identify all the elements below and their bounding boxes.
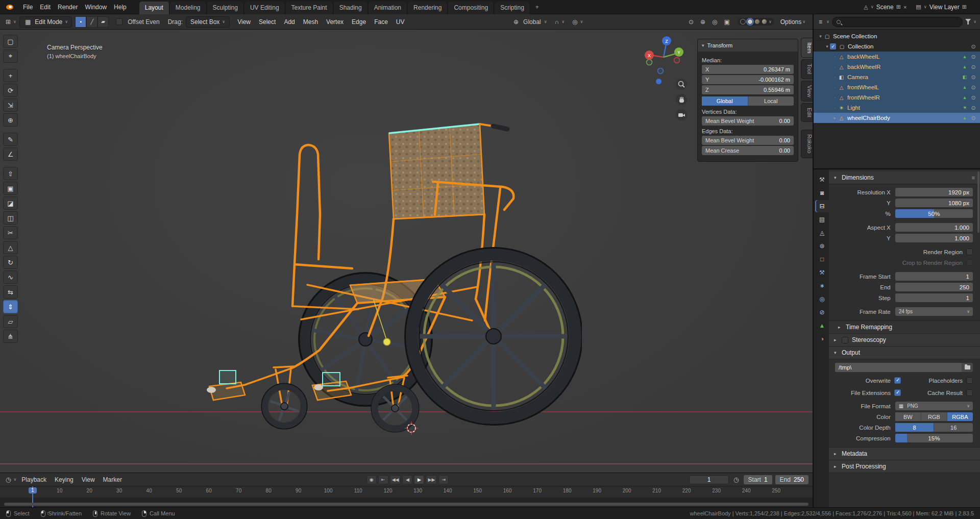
previous-keyframe-button[interactable]: ◀◀	[390, 475, 401, 484]
outliner-row[interactable]: · ☀ Light ☀ ⊙	[814, 103, 980, 113]
editor-type-icon[interactable]: ⊞	[4, 18, 12, 26]
timeline-editor-icon[interactable]: ◷	[4, 476, 12, 483]
chevron-down-icon[interactable]: ∨	[13, 477, 16, 482]
expand-arrow-icon[interactable]: ·	[832, 85, 838, 90]
space-toggle-button[interactable]: Local	[748, 96, 794, 106]
value-field[interactable]: 1	[895, 293, 973, 302]
value-field[interactable]: 50%	[895, 209, 973, 218]
expand-arrow-icon[interactable]: ▾	[824, 44, 830, 49]
outliner-row[interactable]: · △ frontWheelR ▲ ⊙	[814, 92, 980, 103]
sidebar-tab[interactable]: Item	[801, 38, 813, 58]
visibility-dropdown-icon[interactable]: ⊙	[687, 18, 695, 26]
tool-smooth[interactable]: ∿	[3, 270, 18, 284]
chevron-down-icon[interactable]: ∨	[973, 19, 976, 24]
face-select-mode-button[interactable]: ▰	[97, 16, 109, 28]
camera-view-icon[interactable]	[676, 109, 687, 120]
chevron-down-icon[interactable]: ∨	[871, 5, 874, 9]
add-workspace-button[interactable]: +	[531, 4, 544, 11]
panel-menu-icon[interactable]: ≡	[972, 175, 975, 181]
median-axis-field[interactable]: Z 0.55946 m	[702, 85, 794, 94]
viewport-menu-item[interactable]: Vertex	[323, 16, 347, 28]
blender-logo-icon[interactable]	[4, 4, 14, 11]
expand-arrow-icon[interactable]: ·	[832, 54, 838, 59]
hide-in-viewport-eye-icon[interactable]: ⊙	[969, 74, 978, 81]
gizmo-neg-x[interactable]	[674, 58, 680, 63]
collection-checkbox[interactable]: ✓	[830, 43, 836, 50]
viewport-menu-item[interactable]: UV	[393, 16, 408, 28]
jump-to-start-button[interactable]: ⇤	[378, 475, 388, 484]
workspace-tab[interactable]: Rendering	[408, 2, 448, 14]
navigation-gizmo[interactable]: Z X Y	[643, 35, 684, 76]
play-button[interactable]: ▶	[414, 475, 424, 484]
edge-data-field[interactable]: Mean Bevel Weight 0.00	[702, 136, 794, 145]
menu-item[interactable]: Render	[54, 0, 81, 14]
color-mode-button[interactable]: BW	[895, 412, 921, 421]
viewport-menu-item[interactable]: View	[234, 16, 254, 28]
chevron-down-icon[interactable]: ∨	[769, 19, 772, 24]
chevron-down-icon[interactable]: ∨	[13, 19, 16, 24]
current-frame-field[interactable]: 1	[689, 475, 729, 484]
tool-move[interactable]: +	[3, 69, 18, 82]
workspace-tab[interactable]: Compositing	[448, 2, 494, 14]
tool-transform[interactable]: ⊕	[3, 113, 18, 127]
use-preview-range-icon[interactable]: ◷	[732, 476, 740, 483]
outliner-row[interactable]: ▾ ✓ ▢ Collection ⊙	[814, 41, 980, 52]
render-region-checkbox[interactable]	[966, 249, 973, 255]
play-reverse-button[interactable]: ◀	[402, 475, 412, 484]
tool-inset-faces[interactable]: ▣	[3, 182, 18, 195]
timeline-menu-item[interactable]: Marker	[99, 476, 126, 483]
caster-wheel-left[interactable]	[262, 384, 307, 429]
new-view-layer-icon[interactable]: ⊞	[962, 4, 967, 10]
hide-in-viewport-eye-icon[interactable]: ⊙	[969, 105, 978, 111]
view-layer-tab[interactable]: ▤	[815, 213, 829, 226]
metadata-panel-header[interactable]: ▸ Metadata	[829, 448, 980, 460]
outliner-search[interactable]	[832, 17, 963, 27]
expand-arrow-icon[interactable]: ·	[832, 75, 838, 80]
properties-scrollbar[interactable]	[977, 171, 979, 233]
outliner-editor-icon[interactable]: ≡	[817, 18, 824, 26]
post-processing-panel-header[interactable]: ▸ Post Processing	[829, 460, 980, 473]
view-layer-selector[interactable]: ▤ ∨ View Layer ⊞	[916, 4, 967, 11]
modifiers-tab[interactable]: ⚒	[815, 266, 829, 279]
vertex-select-mode-button[interactable]: ▪	[75, 16, 86, 28]
chevron-down-icon[interactable]: ∨	[561, 19, 565, 24]
workspace-tab[interactable]: Sculpting	[207, 2, 244, 14]
object-data-tab[interactable]: ▲	[815, 319, 829, 332]
time-remapping-panel-header[interactable]: ▸ Time Remapping	[829, 321, 980, 334]
value-field[interactable]: 1.000	[895, 234, 973, 242]
tool-spin[interactable]: ↻	[3, 256, 18, 269]
workspace-tab[interactable]: Modeling	[170, 2, 207, 14]
tool-select-box[interactable]: ▢	[3, 35, 18, 48]
frame-rate-dropdown[interactable]: 24 fps ∨	[895, 307, 973, 316]
hide-in-viewport-eye-icon[interactable]: ⊙	[969, 84, 978, 91]
scene-selector[interactable]: ◬ ∨ Scene ⊞ ×	[864, 4, 906, 11]
jump-to-end-button[interactable]: ⇥	[438, 475, 449, 484]
value-field[interactable]: 1920 px	[895, 188, 973, 196]
tool-loop-cut[interactable]: ◫	[3, 211, 18, 225]
viewport-menu-item[interactable]: Add	[280, 16, 298, 28]
auto-keyframe-button[interactable]: ◉	[366, 475, 377, 484]
expand-arrow-icon[interactable]: ▾	[818, 34, 823, 39]
viewport-menu-item[interactable]: Edge	[348, 16, 370, 28]
median-axis-field[interactable]: X 0.26347 m	[702, 65, 794, 74]
tool-rip-region[interactable]: ⋔	[3, 330, 18, 343]
vertex-data-field[interactable]: Mean Bevel Weight 0.00	[702, 116, 794, 126]
sidebar-tab[interactable]: Tool	[801, 59, 813, 79]
back-wheel-right[interactable]	[405, 248, 582, 425]
expand-arrow-icon[interactable]: ▸	[832, 115, 838, 120]
sidebar-tab[interactable]: Rokoko	[801, 130, 813, 158]
value-field[interactable]: 250	[895, 283, 973, 291]
timeline-menu-item[interactable]: Playback	[17, 476, 51, 483]
timeline-menu-item[interactable]: View	[78, 476, 99, 483]
proportional-editing-toggle[interactable]: ◎ ∨	[571, 18, 583, 26]
tool-measure[interactable]: ∠	[3, 147, 18, 161]
browse-folder-button[interactable]	[962, 363, 973, 372]
output-checkbox[interactable]	[966, 377, 973, 384]
menu-item[interactable]: File	[19, 0, 36, 14]
output-checkbox[interactable]	[894, 377, 901, 384]
footplate-left[interactable]	[207, 370, 245, 400]
show-gizmo-toggle-icon[interactable]: ⊕	[699, 18, 707, 26]
outliner-row[interactable]: ▾ ▢ Scene Collection	[814, 31, 980, 41]
pan-hand-icon[interactable]	[676, 94, 687, 105]
sidebar-tab[interactable]: Edit	[801, 103, 813, 122]
